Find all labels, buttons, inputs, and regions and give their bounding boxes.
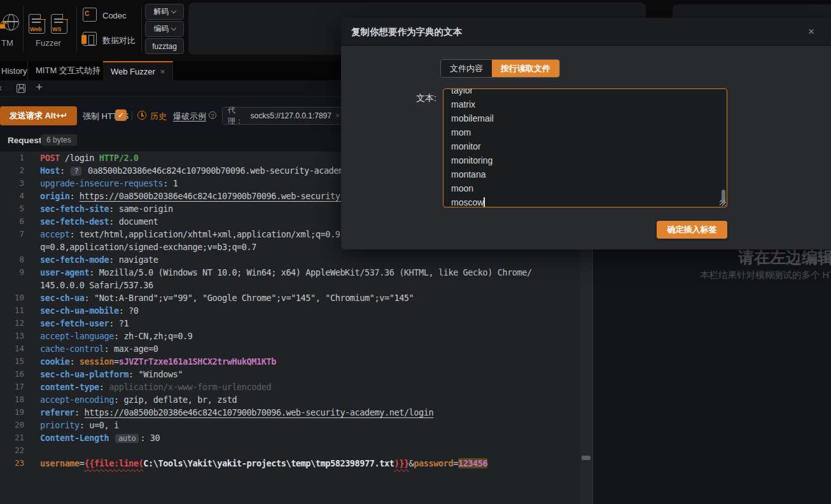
modal-close-icon[interactable]: × <box>808 25 814 38</box>
dict-word-line: monitor <box>451 139 727 153</box>
toolbar-separator <box>23 6 24 52</box>
mitm-lock-icon <box>0 24 5 29</box>
code-line: 12sec-fetch-user: ?1 <box>0 317 580 330</box>
toolbar-separator <box>141 6 142 52</box>
code-line: 18accept-encoding: gzip, deflate, br, zs… <box>0 393 580 406</box>
request-title: Request <box>8 136 41 145</box>
history-clock-icon <box>137 111 146 120</box>
codec-icon: C <box>83 8 97 22</box>
code-line: 20priority: u=0, i <box>0 419 580 431</box>
proxy-value: socks5://127.0.0.1:7897 <box>251 111 332 120</box>
dict-word-line: taylor <box>451 88 727 97</box>
code-line: 145.0.0.0 Safari/537.36 <box>0 279 580 291</box>
tab-history[interactable]: History <box>0 61 28 80</box>
save-icon[interactable] <box>17 84 25 93</box>
code-line: 10sec-ch-ua: "Not:A-Brand";v="99", "Goog… <box>0 291 580 304</box>
editor-scrollbar-thumb[interactable] <box>582 456 590 460</box>
response-placeholder-subtitle: 本栏结果针对模糊测试的多个 HT <box>700 269 831 281</box>
ws-fuzzer-icon: WS <box>51 14 67 34</box>
text-field-label: 文本: <box>416 93 436 104</box>
decode-button[interactable]: 解码 <box>145 4 184 20</box>
request-size-badge: 6 bytes <box>41 134 77 146</box>
code-line: 23username={{file:line(C:\Tools\Yakit\ya… <box>0 457 580 470</box>
data-compare-label: 数据对比 <box>102 35 136 46</box>
dict-word-line: mobilemail <box>451 111 727 125</box>
dictionary-textarea[interactable]: taylormatrixmobilemailmommonitormonitori… <box>443 88 727 207</box>
codec-label: Codec <box>102 11 127 20</box>
remove-proxy-icon[interactable]: × <box>335 111 340 120</box>
blast-example-link[interactable]: 爆破示例 <box>173 111 206 122</box>
dict-word-line: monitoring <box>451 153 727 167</box>
yakit-window: × TM Web WS Fuzzer C Codec 数据对比 <box>0 0 831 504</box>
response-placeholder-title: 请在左边编辑 <box>738 247 831 268</box>
proxy-label: 代理： <box>228 105 248 127</box>
data-compare-item[interactable]: 数据对比 <box>81 29 140 50</box>
mitm-label: TM <box>1 38 13 48</box>
proxy-tag[interactable]: 代理： socks5://127.0.0.1:7897 × <box>222 107 346 125</box>
chevron-down-icon <box>171 8 176 13</box>
textarea-resize-grip[interactable] <box>720 200 726 206</box>
tab-read-by-line[interactable]: 按行读取文件 <box>492 60 559 77</box>
code-line: 17content-type: application/x-www-form-u… <box>0 381 580 393</box>
toolbar-separator <box>76 6 77 52</box>
divider <box>132 111 132 121</box>
text-cursor <box>484 197 485 207</box>
web-fuzzer-icon: Web <box>29 14 45 34</box>
dict-word-line: moscow <box>451 195 727 207</box>
code-line: 22 <box>0 444 580 457</box>
code-line: 19referer: https://0a8500b20386e46c824c1… <box>0 406 580 419</box>
code-line: 8sec-fetch-mode: navigate <box>0 253 580 266</box>
help-icon: ? <box>209 111 216 119</box>
chevron-down-icon <box>171 25 176 31</box>
fuzzer-group[interactable]: Web WS Fuzzer <box>27 0 73 61</box>
tab-file-content[interactable]: 文件内容 <box>441 60 492 77</box>
fuzzer-label: Fuzzer <box>36 38 61 48</box>
modal-title: 复制你想要作为字典的文本 <box>351 26 462 38</box>
confirm-insert-tag-button[interactable]: 确定插入标签 <box>657 221 727 239</box>
close-icon[interactable]: × <box>160 67 165 76</box>
modal-header: 复制你想要作为字典的文本 × <box>341 18 831 46</box>
history-link[interactable]: 历史 <box>150 111 167 122</box>
dictionary-modal: 复制你想要作为字典的文本 × 文件内容 按行读取文件 文本: taylormat… <box>341 18 831 249</box>
force-https-checkbox[interactable]: ✓ <box>115 109 127 121</box>
code-line: 15cookie: session=sJVZTrTzxe161a1SHCX2tr… <box>0 355 580 368</box>
mitm-group[interactable]: × TM <box>0 0 22 61</box>
code-line: 9user-agent: Mozilla/5.0 (Windows NT 10.… <box>0 266 580 279</box>
dict-word-line: matrix <box>451 97 727 111</box>
code-line: 11sec-ch-ua-mobile: ?0 <box>0 304 580 317</box>
add-tab-icon[interactable]: + <box>36 80 43 94</box>
code-line: 16sec-ch-ua-platform: "Windows" <box>0 368 580 381</box>
code-line: 13accept-language: zh-CN,zh;q=0.9 <box>0 330 580 342</box>
dict-word-line: mom <box>451 125 727 139</box>
send-request-button[interactable]: 发送请求 Alt+↵ <box>0 106 77 125</box>
encode-button[interactable]: 编码 <box>145 21 184 37</box>
dict-word-line: moon <box>451 181 727 195</box>
dictionary-mode-tabs: 文件内容 按行读取文件 <box>440 59 560 78</box>
tab-web-fuzzer[interactable]: Web Fuzzer × <box>103 61 173 80</box>
codec-item[interactable]: C Codec <box>81 5 140 25</box>
data-compare-icon <box>83 32 97 46</box>
code-line: 14cache-control: max-age=0 <box>0 342 580 355</box>
dictionary-words: taylormatrixmobilemailmommonitormonitori… <box>451 88 727 207</box>
dict-word-line: montana <box>451 167 727 181</box>
code-line: 21Content-Length auto: 30 <box>0 431 580 444</box>
collapse-icon[interactable]: ‹ <box>0 82 2 94</box>
fuzztag-button[interactable]: fuzztag <box>145 38 184 54</box>
